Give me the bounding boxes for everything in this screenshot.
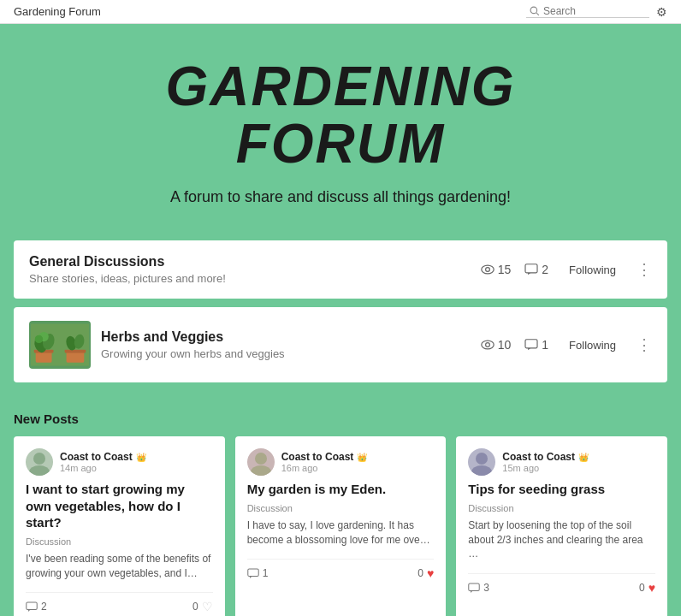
post-footer-3: 3 0 ♥ [468, 573, 655, 595]
search-box[interactable] [526, 5, 649, 18]
post-excerpt-1: I've been reading some of the benefits o… [26, 552, 213, 581]
comment-bubble-icon [26, 601, 38, 613]
svg-rect-4 [525, 264, 537, 273]
comment-bubble-icon [468, 583, 480, 594]
categories-section: General Discussions Share stories, ideas… [0, 232, 681, 405]
views-stat-general: 15 [481, 263, 512, 276]
app-title: Gardening Forum [14, 5, 101, 18]
svg-point-15 [35, 335, 43, 343]
new-posts-section: New Posts Coast to Coast 👑 14m ago [0, 405, 681, 616]
new-posts-label: New Posts [14, 412, 667, 426]
category-desc-herbs: Growing your own herbs and veggies [101, 347, 471, 360]
svg-point-17 [485, 343, 489, 347]
svg-point-20 [29, 465, 50, 476]
post-title-2: My garden is my Eden. [247, 481, 435, 498]
category-thumb-herbs [29, 321, 91, 369]
comments-stat-herbs: 1 [524, 338, 548, 352]
views-stat-herbs: 10 [481, 338, 512, 352]
svg-rect-24 [247, 569, 258, 577]
post-title-1: I want to start growing my own vegetable… [26, 481, 213, 531]
post-likes-3[interactable]: 0 ♥ [639, 581, 655, 595]
avatar-2 [247, 448, 275, 476]
author-name-2: Coast to Coast 👑 [281, 451, 368, 463]
svg-point-16 [482, 341, 494, 350]
svg-rect-11 [65, 350, 86, 353]
avatar-1 [26, 448, 53, 476]
heart-icon-3: ♥ [648, 581, 655, 595]
hero-subtitle: A forum to share and discuss all things … [17, 188, 664, 206]
comment-icon [524, 264, 538, 275]
top-nav: Gardening Forum ⚙ [0, 0, 681, 24]
post-category-2: Discussion [247, 503, 435, 513]
following-btn-general[interactable]: Following [569, 264, 616, 276]
crown-icon-1: 👑 [136, 453, 146, 462]
post-comments-2[interactable]: 1 [247, 567, 269, 579]
svg-line-1 [536, 13, 539, 15]
more-icon-general[interactable]: ⋮ [637, 260, 652, 279]
heart-icon-1: ♡ [202, 600, 213, 613]
comment-icon [524, 339, 538, 351]
category-stats-herbs: 10 1 Following ⋮ [481, 335, 652, 354]
svg-point-26 [471, 465, 492, 476]
comments-count-general: 2 [542, 263, 548, 276]
author-info-3: Coast to Coast 👑 15m ago [502, 451, 589, 473]
comments-count-herbs: 1 [542, 338, 548, 352]
post-footer-1: 2 0 ♡ [26, 592, 213, 613]
category-stats-general: 15 2 Following ⋮ [481, 260, 652, 279]
post-time-3: 15m ago [502, 463, 589, 473]
category-info-herbs: Herbs and Veggies Growing your own herbs… [101, 329, 471, 360]
settings-icon[interactable]: ⚙ [656, 5, 667, 19]
category-card-general[interactable]: General Discussions Share stories, ideas… [14, 240, 667, 299]
post-likes-1[interactable]: 0 ♡ [192, 600, 213, 613]
eye-icon [481, 340, 494, 350]
comments-stat-general: 2 [524, 263, 548, 276]
category-card-herbs[interactable]: Herbs and Veggies Growing your own herbs… [14, 307, 667, 382]
search-icon [530, 6, 540, 16]
category-info-general: General Discussions Share stories, ideas… [29, 254, 471, 285]
post-comments-1[interactable]: 2 [26, 601, 47, 613]
author-name-1: Coast to Coast 👑 [60, 451, 146, 463]
category-name-general: General Discussions [29, 254, 471, 270]
more-icon-herbs[interactable]: ⋮ [637, 335, 652, 354]
post-title-3: Tips for seeding grass [468, 481, 655, 498]
post-likes-2[interactable]: 0 ♥ [417, 566, 434, 580]
author-info-2: Coast to Coast 👑 16m ago [281, 451, 368, 473]
author-name-3: Coast to Coast 👑 [502, 451, 589, 463]
svg-point-0 [530, 7, 537, 14]
crown-icon-2: 👑 [357, 453, 367, 462]
post-category-1: Discussion [26, 536, 213, 547]
svg-rect-10 [67, 352, 85, 363]
views-count-herbs: 10 [498, 338, 512, 352]
avatar-3 [468, 448, 495, 476]
svg-point-3 [485, 268, 489, 272]
post-author-row-1: Coast to Coast 👑 14m ago [26, 448, 213, 476]
post-time-2: 16m ago [281, 463, 368, 473]
post-category-3: Discussion [468, 503, 655, 513]
eye-icon [481, 264, 494, 275]
crown-icon-3: 👑 [578, 453, 589, 462]
post-excerpt-2: I have to say, I love gardening. It has … [247, 518, 435, 548]
heart-icon-2: ♥ [427, 566, 434, 580]
post-author-row-2: Coast to Coast 👑 16m ago [247, 448, 435, 476]
post-card-1[interactable]: Coast to Coast 👑 14m ago I want to start… [14, 436, 225, 616]
search-input[interactable] [543, 5, 646, 17]
svg-point-25 [476, 453, 488, 465]
post-card-3[interactable]: Coast to Coast 👑 15m ago Tips for seedin… [456, 436, 667, 616]
svg-point-22 [255, 453, 267, 465]
svg-rect-6 [36, 352, 52, 363]
category-name-herbs: Herbs and Veggies [101, 329, 471, 345]
nav-right: ⚙ [526, 5, 667, 19]
post-card-2[interactable]: Coast to Coast 👑 16m ago My garden is my… [235, 436, 447, 616]
posts-grid: Coast to Coast 👑 14m ago I want to start… [14, 436, 667, 616]
hero-section: GARDENINGFORUM A forum to share and disc… [0, 24, 681, 232]
post-comments-3[interactable]: 3 [468, 582, 489, 594]
post-footer-2: 1 0 ♥ [247, 559, 435, 580]
svg-rect-18 [525, 340, 537, 348]
svg-point-23 [251, 465, 271, 476]
author-info-1: Coast to Coast 👑 14m ago [60, 451, 146, 473]
category-desc-general: Share stories, ideas, pictures and more! [29, 272, 471, 285]
svg-rect-21 [27, 602, 37, 610]
views-count-general: 15 [498, 263, 512, 276]
hero-title: GARDENINGFORUM [17, 58, 664, 173]
following-btn-herbs[interactable]: Following [569, 339, 616, 352]
